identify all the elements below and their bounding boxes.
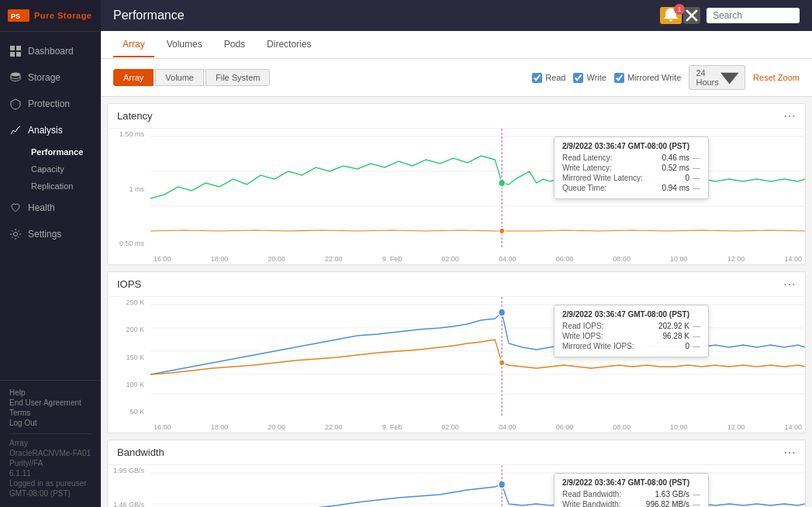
dismiss-alert-button[interactable] <box>683 7 700 24</box>
bw-y-1: 1.46 GB/s <box>111 501 147 507</box>
chart-icon <box>9 124 22 136</box>
sidebar: PS Pure Storage Dashboard Storage <box>0 0 101 507</box>
bandwidth-chart-body: 1.95 GB/s 1.46 GB/s 1000 MB/s 500 MB/s <box>108 465 805 507</box>
footer-terms[interactable]: Terms <box>9 409 92 417</box>
iops-chart-header: IOPS ⋯ <box>108 272 805 297</box>
subtab-volume[interactable]: Volume <box>155 69 204 86</box>
sidebar-item-health[interactable]: Health <box>0 195 101 221</box>
search-input[interactable] <box>707 8 800 23</box>
bandwidth-chart-section: Bandwidth ⋯ 1.95 GB/s 1.46 GB/s 1000 MB/… <box>107 440 806 507</box>
svg-text:PS: PS <box>11 12 20 20</box>
tab-volumes[interactable]: Volumes <box>157 33 212 57</box>
sidebar-subitem-performance[interactable]: Performance <box>22 143 101 160</box>
svg-point-30 <box>499 481 506 488</box>
header-actions: 1 <box>660 7 800 24</box>
sidebar-nav: Dashboard Storage Protection <box>0 32 101 380</box>
iops-x-4: 9. Feb <box>382 423 403 431</box>
tab-pods[interactable]: Pods <box>215 33 254 57</box>
latency-x-0: 16:00 <box>154 255 171 263</box>
latency-canvas: 2/9/2022 03:36:47 GMT-08:00 (PST) Read L… <box>150 129 805 249</box>
sidebar-footer: Help End User Agreement Terms Log Out Ar… <box>0 380 101 507</box>
logo: PS Pure Storage <box>0 0 101 32</box>
sidebar-label-settings: Settings <box>28 229 61 240</box>
mirrored-write-filter: Mirrored Write <box>614 73 681 83</box>
svg-point-6 <box>11 73 20 77</box>
iops-chart-title: IOPS <box>117 278 141 290</box>
iops-x-5: 02:00 <box>441 423 459 431</box>
svg-rect-5 <box>16 52 21 57</box>
filter-controls: Read Write Mirrored Write 24 Hours Reset… <box>532 65 800 90</box>
iops-x-labels: 16:00 18:00 20:00 22:00 9. Feb 02:00 04:… <box>150 422 805 433</box>
sidebar-item-storage[interactable]: Storage <box>0 64 101 91</box>
grid-icon <box>9 45 22 57</box>
footer-version: 6.1.11 <box>9 469 92 478</box>
iops-y-4: 50 K <box>111 408 147 416</box>
sidebar-item-protection[interactable]: Protection <box>0 91 101 117</box>
footer-purity: Purity//FA <box>9 459 92 467</box>
iops-y-2: 150 K <box>111 354 147 361</box>
main-tabs: Array Volumes Pods Directories <box>101 31 812 59</box>
footer-eua[interactable]: End User Agreement <box>9 398 92 407</box>
heart-icon <box>9 202 22 214</box>
mirrored-write-checkbox[interactable] <box>614 73 624 83</box>
footer-links: Help End User Agreement Terms Log Out <box>9 388 92 427</box>
iops-x-6: 04:00 <box>499 423 517 431</box>
database-icon <box>9 71 22 84</box>
subtab-filesystem[interactable]: File System <box>206 69 270 86</box>
sidebar-subnav-analysis: Performance Capacity Replication <box>0 143 101 195</box>
iops-chart-section: IOPS ⋯ 250 K 200 K 150 K 100 K 50 K <box>107 271 806 433</box>
iops-x-8: 08:00 <box>613 423 631 431</box>
latency-x-4: 9. Feb <box>382 255 403 263</box>
iops-y-1: 200 K <box>111 326 147 333</box>
latency-chart-menu[interactable]: ⋯ <box>783 109 796 123</box>
footer-array-label: Array <box>9 439 92 447</box>
footer-array-name: OracleRACNVMe-FA01 <box>9 449 92 457</box>
alert-badge: 1 <box>674 4 685 15</box>
iops-x-10: 12:00 <box>727 423 745 431</box>
tab-array[interactable]: Array <box>113 33 154 57</box>
subtab-array[interactable]: Array <box>113 69 154 86</box>
time-range-label: 24 Hours <box>696 68 718 87</box>
latency-y-label-1: 1 ms <box>111 185 147 193</box>
footer-logged-in: Logged in as pureuser <box>9 479 92 488</box>
iops-chart-body: 250 K 200 K 150 K 100 K 50 K <box>108 297 805 433</box>
iops-chart-menu[interactable]: ⋯ <box>783 277 796 291</box>
sidebar-label-dashboard: Dashboard <box>28 46 74 57</box>
svg-marker-10 <box>720 73 738 84</box>
latency-x-6: 04:00 <box>499 255 517 263</box>
write-checkbox[interactable] <box>573 73 583 83</box>
sidebar-subitem-capacity[interactable]: Capacity <box>22 160 101 178</box>
alert-button[interactable]: 1 <box>660 7 682 24</box>
svg-point-24 <box>499 360 505 366</box>
sidebar-item-settings[interactable]: Settings <box>0 221 101 247</box>
svg-point-23 <box>499 309 506 316</box>
sidebar-subitem-replication[interactable]: Replication <box>22 178 101 195</box>
latency-x-1: 18:00 <box>211 255 229 263</box>
time-range-selector[interactable]: 24 Hours <box>689 65 745 90</box>
svg-point-7 <box>14 233 18 236</box>
sidebar-item-dashboard[interactable]: Dashboard <box>0 38 101 64</box>
gear-icon <box>9 228 22 240</box>
iops-canvas: 2/9/2022 03:36:47 GMT-08:00 (PST) Read I… <box>150 297 805 417</box>
footer-timezone: GMT-08:00 (PST) <box>9 489 92 498</box>
iops-x-2: 20:00 <box>268 423 285 431</box>
read-checkbox[interactable] <box>532 73 542 83</box>
iops-x-9: 10:00 <box>670 423 688 431</box>
iops-x-11: 14:00 <box>784 423 802 431</box>
svg-rect-3 <box>16 46 21 50</box>
tab-directories[interactable]: Directories <box>257 33 320 57</box>
sidebar-item-analysis[interactable]: Analysis <box>0 117 101 143</box>
latency-x-3: 22:00 <box>325 255 343 263</box>
reset-zoom-button[interactable]: Reset Zoom <box>753 73 800 82</box>
shield-icon <box>9 98 22 110</box>
footer-help[interactable]: Help <box>9 388 26 397</box>
mirrored-write-label: Mirrored Write <box>627 73 681 82</box>
iops-x-0: 16:00 <box>154 423 171 431</box>
latency-chart-section: Latency ⋯ 1.50 ms 1 ms 0.50 ms <box>107 103 806 265</box>
latency-x-7: 06:00 <box>556 255 574 263</box>
bandwidth-chart-menu[interactable]: ⋯ <box>783 445 796 460</box>
latency-x-2: 20:00 <box>268 255 285 263</box>
footer-logout[interactable]: Log Out <box>9 419 92 427</box>
header: Performance 1 <box>101 0 812 31</box>
write-label: Write <box>586 73 606 82</box>
